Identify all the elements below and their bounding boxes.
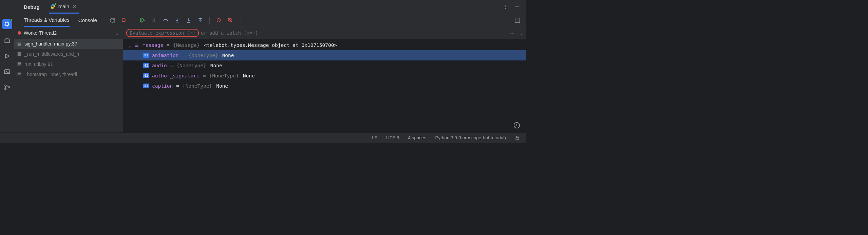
svg-rect-18 [515, 18, 520, 23]
variables-panel: Evaluate expression (⏎) or add a watch (… [123, 27, 526, 143]
chevron-down-icon: ⌄ [115, 30, 119, 36]
frame-label: run, util.py:91 [24, 61, 53, 67]
var-type: {NoneType} [209, 73, 239, 78]
left-tool-rail [0, 0, 14, 143]
var-type: {NoneType} [183, 83, 212, 89]
thread-selector[interactable]: WorkerThread2 ⌄ [14, 27, 123, 39]
eval-placeholder-rest: or add a watch (⇧⌘⏎) [201, 30, 258, 36]
frame-label: sign_handler, main.py:37 [24, 41, 77, 47]
status-encoding[interactable]: UTF-8 [386, 135, 399, 140]
frame-label: _bootstrap_inner, threadi [24, 72, 77, 77]
var-type: {Message} [173, 42, 200, 48]
field-type-icon: 01 [143, 84, 149, 88]
var-name: caption [152, 83, 173, 89]
frames-panel: WorkerThread2 ⌄ sign_handler, main.py:37… [14, 27, 123, 143]
sub-tab-threads[interactable]: Threads & Variables [24, 14, 70, 27]
frame-icon [17, 52, 22, 56]
view-breakpoints-icon[interactable] [215, 17, 223, 24]
var-child-row[interactable]: 01audio={NoneType}None [123, 60, 526, 71]
svg-rect-23 [18, 54, 21, 54]
svg-point-6 [8, 87, 10, 88]
step-over-icon[interactable] [162, 17, 169, 24]
svg-rect-26 [18, 64, 21, 65]
svg-point-7 [505, 5, 506, 5]
stack-frame[interactable]: _bootstrap_inner, threadi [14, 69, 123, 79]
terminal-tool-icon[interactable] [3, 67, 12, 76]
field-type-icon: 01 [143, 63, 149, 68]
svg-point-5 [5, 88, 6, 90]
run-tool-icon[interactable] [3, 52, 12, 60]
frame-icon [17, 62, 22, 67]
var-child-row[interactable]: 01caption={NoneType}None [123, 81, 526, 91]
svg-rect-30 [18, 75, 21, 76]
more-actions-icon[interactable] [238, 17, 246, 24]
var-name: author_signature [152, 73, 200, 78]
svg-point-4 [5, 85, 6, 86]
sub-tab-console[interactable]: Console [78, 14, 97, 27]
stack-frame[interactable]: sign_handler, main.py:37 [14, 39, 123, 49]
svg-marker-1 [5, 38, 9, 43]
resume-icon[interactable] [139, 17, 146, 24]
layout-settings-icon[interactable] [514, 17, 521, 23]
mute-breakpoints-icon[interactable] [227, 17, 234, 24]
svg-marker-2 [6, 54, 10, 58]
field-type-icon: 01 [143, 73, 149, 78]
svg-rect-3 [5, 70, 10, 74]
status-indent[interactable]: 4 spaces [408, 135, 426, 140]
minimize-icon[interactable] [514, 4, 520, 10]
var-value: None [243, 73, 255, 78]
svg-point-0 [6, 23, 8, 25]
step-into-my-icon[interactable] [185, 17, 192, 24]
svg-rect-32 [516, 138, 519, 140]
step-out-icon[interactable] [196, 17, 204, 24]
vcs-tool-icon[interactable] [3, 83, 12, 92]
thread-status-dot [18, 31, 21, 35]
svg-rect-11 [153, 19, 154, 22]
stop-icon[interactable] [120, 17, 128, 24]
var-name: animation [152, 53, 179, 58]
tab-debug[interactable]: Debug [24, 4, 40, 10]
var-type: {NoneType} [188, 53, 218, 58]
tab-main-file[interactable]: main ✕ [49, 0, 79, 14]
kebab-menu-icon[interactable] [503, 4, 508, 10]
svg-point-8 [505, 6, 506, 7]
add-watch-icon[interactable]: ＋ [509, 29, 515, 37]
pause-icon[interactable] [150, 17, 158, 24]
thread-name: WorkerThread2 [24, 30, 57, 36]
status-interpreter[interactable]: Python 3.9 (horoscope-bot-tutorial) [435, 135, 506, 140]
var-child-row[interactable]: 01animation={NoneType}None [123, 50, 526, 60]
object-icon [134, 43, 139, 48]
expand-eval-icon[interactable]: ⌄ [521, 30, 523, 36]
svg-rect-21 [18, 44, 21, 45]
editor-tab-bar: Debug main ✕ [14, 0, 526, 14]
var-name: audio [152, 63, 167, 68]
var-name: message [143, 42, 163, 48]
warning-badge-icon[interactable] [513, 122, 521, 130]
svg-rect-19 [18, 42, 21, 43]
chevron-down-icon[interactable]: ⌄ [128, 42, 132, 48]
svg-rect-22 [18, 52, 21, 53]
evaluate-expression-input[interactable]: Evaluate expression (⏎) or add a watch (… [123, 27, 526, 39]
var-root-row[interactable]: ⌄ message = {Message} <telebot.types.Mes… [123, 40, 526, 50]
field-type-icon: 01 [143, 53, 149, 58]
lock-icon[interactable] [515, 135, 520, 140]
step-into-icon[interactable] [173, 17, 181, 24]
stack-frame[interactable]: run, util.py:91 [14, 59, 123, 69]
svg-point-16 [242, 20, 242, 20]
frame-icon [17, 72, 22, 77]
close-tab-icon[interactable]: ✕ [73, 4, 77, 9]
rerun-icon[interactable]: ● [109, 17, 116, 24]
tab-main-label: main [58, 3, 70, 9]
status-line-ending[interactable]: LF [372, 135, 377, 140]
var-child-row[interactable]: 01author_signature={NoneType}None [123, 71, 526, 81]
debug-tool-icon[interactable] [2, 19, 12, 29]
svg-rect-28 [18, 73, 21, 73]
var-type: {NoneType} [176, 63, 206, 68]
svg-rect-24 [18, 55, 21, 55]
stack-frame[interactable]: _run_middlewares_and_h [14, 49, 123, 59]
var-value: None [210, 63, 222, 68]
var-value: None [216, 83, 228, 89]
eval-placeholder-highlighted: Evaluate expression (⏎) [126, 29, 199, 37]
structure-tool-icon[interactable] [3, 36, 12, 45]
svg-rect-27 [18, 65, 21, 66]
